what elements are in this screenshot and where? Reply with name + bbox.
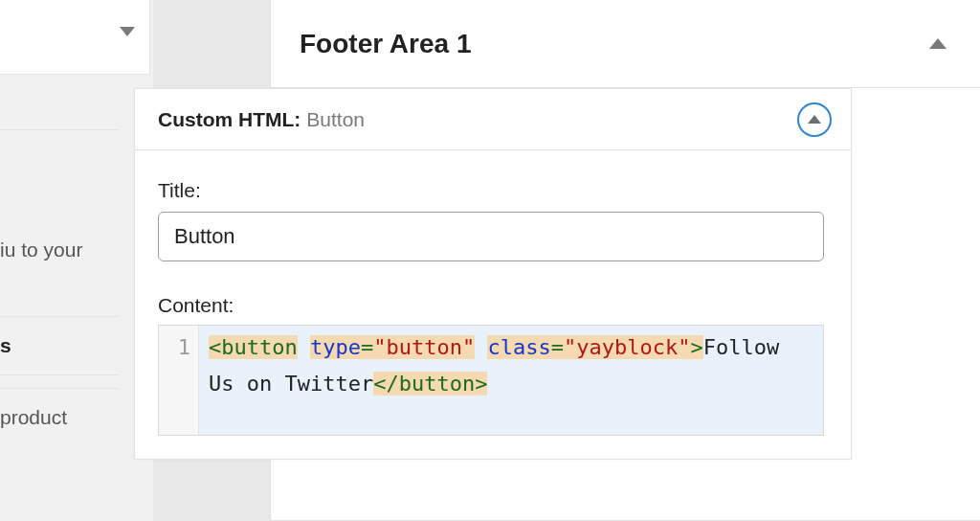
tok-attr-type: type (310, 335, 361, 359)
sidebar-fragment-2-text: s (0, 334, 11, 356)
widget-custom-html: Custom HTML: Button Title: Content: 1 <b… (134, 88, 852, 460)
sidebar-collapsed-panel[interactable] (0, 0, 150, 75)
tok-q2: " (462, 335, 475, 359)
caret-up-icon (808, 115, 821, 124)
collapse-button[interactable] (797, 102, 832, 137)
content-code-editor[interactable]: 1 <button type="button" class="yayblock"… (158, 325, 824, 436)
sidebar-fragment-3-text: product (0, 406, 67, 428)
tok-q3: " (564, 335, 576, 359)
sidebar-fragment-3[interactable]: product (0, 388, 120, 446)
sidebar-fragment-1-text: iu to your (0, 147, 120, 261)
title-input[interactable] (158, 212, 824, 261)
widget-type-label: Custom HTML: (158, 108, 301, 131)
sidebar-fragment-1: iu to your (0, 129, 120, 254)
tok-close-open: </ (373, 372, 399, 396)
tok-val-type: button (386, 335, 461, 359)
tok-close-gt: > (475, 372, 487, 396)
caret-up-icon (929, 38, 947, 49)
sidebar-fragment-2[interactable]: s (0, 316, 120, 375)
tok-gt: > (690, 335, 702, 359)
line-number: 1 (159, 329, 190, 366)
code-gutter: 1 (159, 326, 199, 435)
tok-attr-class: class (487, 335, 550, 359)
content-label: Content: (158, 294, 828, 317)
tok-lt: < (209, 335, 221, 359)
sidebar: iu to your s product (0, 0, 153, 521)
tok-tag-open: button (221, 335, 297, 359)
tok-eq2: = (551, 335, 564, 359)
widget-name: Button (306, 108, 365, 131)
tok-eq1: = (361, 335, 373, 359)
section-header[interactable]: Footer Area 1 (271, 0, 980, 88)
code-area[interactable]: <button type="button" class="yayblock">F… (199, 326, 823, 435)
tok-val-class: yayblock (576, 335, 678, 359)
widget-header[interactable]: Custom HTML: Button (135, 89, 851, 150)
tok-q1: " (373, 335, 386, 359)
widget-body: Title: Content: 1 <button type="button" … (135, 150, 851, 459)
tok-tag-close: button (399, 372, 475, 396)
section-title: Footer Area 1 (300, 29, 471, 59)
caret-down-icon (120, 27, 135, 36)
tok-q4: " (678, 335, 690, 359)
title-label: Title: (158, 179, 828, 202)
